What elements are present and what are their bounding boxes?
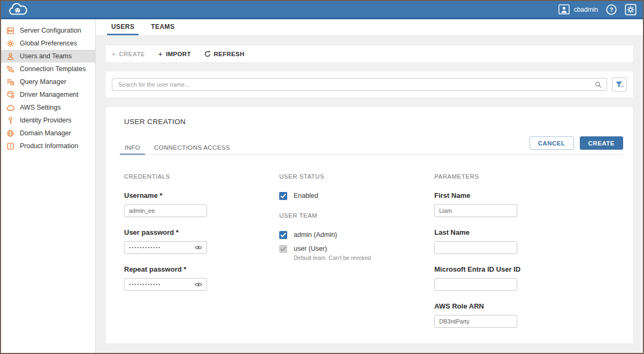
user-password-label: User password * xyxy=(124,228,279,236)
search-strip xyxy=(106,72,633,97)
key-icon xyxy=(6,117,14,125)
enabled-checkbox[interactable] xyxy=(279,192,287,200)
masked-password: ············ xyxy=(129,244,195,251)
refresh-button[interactable]: REFRESH xyxy=(204,51,244,57)
sidebar-item-driver-management[interactable]: Driver Management xyxy=(1,88,95,101)
sidebar-item-label: Domain Manager xyxy=(20,129,71,137)
plus-icon: + xyxy=(111,50,116,58)
query-manager-icon xyxy=(6,78,14,86)
create-user-button[interactable]: + CREATE xyxy=(111,50,145,58)
sidebar-item-product-information[interactable]: Product Information xyxy=(1,140,95,152)
filter-icon xyxy=(616,81,624,88)
user-team-caption: Default team. Can't be revoked xyxy=(294,255,371,261)
sidebar-item-aws-settings[interactable]: AWS Settings xyxy=(1,101,95,114)
tab-teams[interactable]: TEAMS xyxy=(147,19,179,35)
app-body: Server Configuration Global Preferences … xyxy=(1,19,643,353)
check-icon xyxy=(280,247,286,251)
tab-info[interactable]: INFO xyxy=(120,141,145,155)
user-status-section-label: USER STATUS xyxy=(279,173,434,180)
sidebar-item-label: Identity Providers xyxy=(20,117,72,124)
cloudbeaver-logo-icon[interactable] xyxy=(7,2,29,17)
show-password-icon[interactable] xyxy=(195,245,202,250)
sidebar-item-label: Query Manager xyxy=(20,78,66,86)
user-team-label: user (User) xyxy=(294,244,371,253)
username-input[interactable] xyxy=(124,204,207,217)
panel-actions: CANCEL CREATE xyxy=(530,136,623,150)
cancel-button[interactable]: CANCEL xyxy=(530,136,574,150)
create-button[interactable]: CREATE xyxy=(580,136,623,150)
aws-role-arn-label: AWS Role ARN xyxy=(434,302,589,310)
admin-team-checkbox-row[interactable]: admin (Admin) xyxy=(279,230,434,240)
import-button[interactable]: + IMPORT xyxy=(158,50,191,58)
sidebar-item-label: Server Configuration xyxy=(20,27,81,34)
connection-templates-icon xyxy=(6,65,14,73)
sidebar-item-label: Global Preferences xyxy=(20,40,77,47)
sidebar-item-label: AWS Settings xyxy=(20,104,61,111)
plus-icon: + xyxy=(158,50,163,58)
sidebar-item-global-preferences[interactable]: Global Preferences xyxy=(1,37,95,50)
tab-users[interactable]: USERS xyxy=(107,19,139,35)
admin-team-checkbox[interactable] xyxy=(279,231,287,239)
repeat-password-label: Repeat password * xyxy=(124,265,279,273)
help-icon[interactable]: ? xyxy=(605,4,617,16)
search-box xyxy=(112,78,607,91)
masked-password: ············ xyxy=(129,281,195,288)
user-creation-form: CREDENTIALS Username * User password * ·… xyxy=(106,155,633,339)
parameters-section-label: PARAMETERS xyxy=(434,173,589,180)
refresh-icon xyxy=(204,51,211,57)
users-teams-tabbar: USERS TEAMS xyxy=(96,19,643,35)
user-creation-panel: USER CREATION INFO CONNECTIONS ACCESS CA… xyxy=(106,107,633,343)
sidebar-item-label: Product Information xyxy=(20,142,78,150)
gear-icon xyxy=(6,40,14,48)
sidebar-item-label: Driver Management xyxy=(20,91,79,98)
last-name-label: Last Name xyxy=(434,228,589,236)
sidebar-item-query-manager[interactable]: Query Manager xyxy=(1,75,95,88)
show-password-icon[interactable] xyxy=(195,282,202,287)
server-config-icon xyxy=(6,27,14,35)
svg-text:?: ? xyxy=(609,6,613,13)
admin-team-label: admin (Admin) xyxy=(294,230,337,240)
repeat-password-input[interactable]: ············ xyxy=(124,278,207,291)
tab-connections-access[interactable]: CONNECTIONS ACCESS xyxy=(149,141,235,155)
sidebar-item-label: Users and Teams xyxy=(20,52,72,60)
last-name-input[interactable] xyxy=(434,241,517,254)
sidebar-item-connection-templates[interactable]: Connection Templates xyxy=(1,63,95,75)
enabled-checkbox-row[interactable]: Enabled xyxy=(279,191,434,201)
sidebar-item-server-configuration[interactable]: Server Configuration xyxy=(1,24,95,37)
user-team-checkbox-row: user (User) Default team. Can't be revok… xyxy=(279,244,434,261)
cloudbeaver-admin-app: { "topbar": { "username": "cbadmin" }, "… xyxy=(0,0,644,354)
info-icon xyxy=(6,142,14,150)
status-team-column: USER STATUS Enabled USER TEAM xyxy=(279,173,434,339)
users-icon xyxy=(6,52,14,60)
users-toolbar: + CREATE + IMPORT REFRESH xyxy=(106,45,633,62)
main-area: USERS TEAMS + CREATE + IMPORT xyxy=(96,19,643,353)
filter-button[interactable] xyxy=(612,78,627,92)
settings-gear-icon[interactable] xyxy=(625,4,637,16)
user-password-input[interactable]: ············ xyxy=(124,241,207,254)
aws-role-arn-input[interactable] xyxy=(434,315,517,328)
search-input[interactable] xyxy=(117,81,595,88)
top-bar: cbadmin ? xyxy=(1,1,643,19)
sidebar-item-users-and-teams[interactable]: Users and Teams xyxy=(1,50,95,63)
entra-id-input[interactable] xyxy=(434,278,517,291)
username-label: Username * xyxy=(124,191,279,199)
content-area: + CREATE + IMPORT REFRESH xyxy=(96,35,643,353)
first-name-label: First Name xyxy=(434,191,589,199)
search-icon xyxy=(595,81,602,88)
sidebar-item-identity-providers[interactable]: Identity Providers xyxy=(1,114,95,127)
globe-icon xyxy=(6,129,14,137)
sidebar-item-domain-manager[interactable]: Domain Manager xyxy=(1,127,95,140)
user-team-checkbox xyxy=(279,245,287,253)
cloud-icon xyxy=(6,104,14,112)
entra-id-label: Microsoft Entra ID User ID xyxy=(434,265,589,273)
check-icon xyxy=(280,194,286,198)
credentials-section-label: CREDENTIALS xyxy=(124,173,279,180)
sidebar-item-label: Connection Templates xyxy=(20,65,86,73)
credentials-column: CREDENTIALS Username * User password * ·… xyxy=(124,173,279,339)
user-team-section-label: USER TEAM xyxy=(279,212,434,219)
admin-sidebar: Server Configuration Global Preferences … xyxy=(1,19,96,353)
user-menu[interactable]: cbadmin xyxy=(558,4,598,14)
first-name-input[interactable] xyxy=(434,204,517,217)
user-avatar-icon xyxy=(558,4,570,14)
panel-title: USER CREATION xyxy=(124,118,615,126)
